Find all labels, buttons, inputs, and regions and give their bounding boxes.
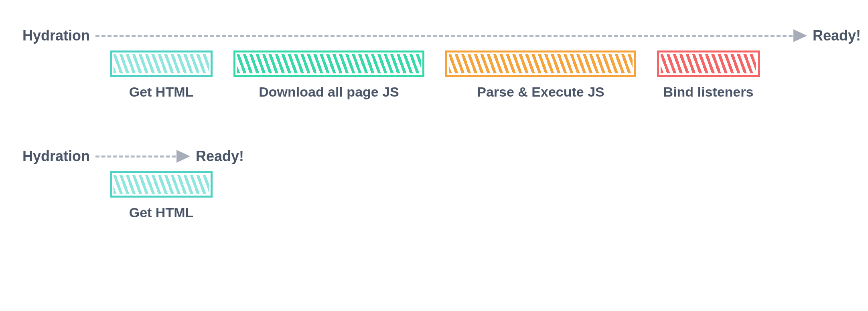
stage-block: Get HTML (110, 50, 213, 100)
hatch-pattern (114, 175, 209, 194)
timeline-dash-1 (95, 35, 793, 37)
stages-row-2: Get HTML (22, 171, 848, 220)
stage-bar (657, 50, 760, 77)
end-label-1: Ready! (813, 27, 861, 44)
stage-label: Get HTML (129, 205, 194, 220)
stage-block: Parse & Execute JS (445, 50, 636, 100)
hatch-pattern (449, 54, 633, 73)
stage-bar (110, 50, 213, 77)
stage-block: Bind listeners (657, 50, 760, 100)
end-label-2: Ready! (196, 148, 244, 165)
stage-block: Download all page JS (233, 50, 424, 100)
stages-row-1: Get HTMLDownload all page JSParse & Exec… (22, 50, 848, 100)
hatch-pattern (114, 54, 209, 73)
arrow-icon (176, 150, 190, 163)
start-label-1: Hydration (22, 27, 90, 44)
stage-bar (110, 171, 213, 198)
stage-label: Get HTML (129, 84, 194, 100)
stage-label: Bind listeners (663, 84, 754, 100)
stage-block: Get HTML (110, 171, 213, 220)
arrow-icon (793, 29, 807, 42)
timeline-row-1: Hydration Ready! (22, 27, 848, 44)
hatch-pattern (237, 54, 421, 73)
timeline-row-2: Hydration Ready! (22, 148, 848, 165)
start-label-2: Hydration (22, 148, 90, 165)
timeline-dash-2 (95, 156, 176, 158)
stage-bar (233, 50, 424, 77)
stage-label: Parse & Execute JS (477, 84, 604, 100)
hatch-pattern (661, 54, 756, 73)
stage-bar (445, 50, 636, 77)
stage-label: Download all page JS (259, 84, 399, 100)
